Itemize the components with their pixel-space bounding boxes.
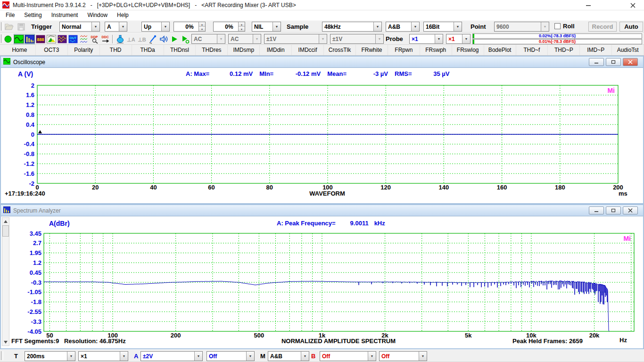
calibration-icon[interactable]	[148, 34, 158, 44]
hotkey-thd[interactable]: THD	[100, 45, 132, 55]
hotkey-thd~p[interactable]: THD~P	[548, 45, 580, 55]
hotkey-oct3[interactable]: OCT3	[36, 45, 68, 55]
open-file-icon[interactable]	[4, 22, 14, 32]
hotkey-imd~p[interactable]: IMD~P	[580, 45, 612, 55]
device-test-plan-icon[interactable]	[115, 34, 125, 44]
spectrum-client: A(dBr) A: Peak Frequency= 9.0011 kHz 3.4…	[1, 216, 643, 348]
input-b-icon[interactable]: ⊥B	[137, 34, 147, 44]
sampling-bits-select[interactable]: 16Bit	[423, 22, 462, 32]
probe-a-select[interactable]: ×1	[409, 34, 443, 44]
trigger-edge-select[interactable]: Up	[141, 22, 170, 32]
hotkey-frpwn[interactable]: FRpwn	[388, 45, 420, 55]
svg-text:80: 80	[266, 184, 273, 189]
spectrum-titlebar[interactable]: Spectrum Analyzer	[1, 205, 643, 216]
svg-text:-0.3: -0.3	[31, 279, 41, 286]
trigger-hpf-select[interactable]: NIL	[252, 22, 281, 32]
hotkey-home[interactable]: Home	[4, 45, 36, 55]
sampling-channels-select[interactable]: A&B	[386, 22, 420, 32]
app-titlebar[interactable]: Multi-Instrument Pro 3.9.14.2 - [+3DP+DL…	[0, 0, 644, 10]
trigger-level-down[interactable]	[199, 27, 205, 31]
app-minimize-button[interactable]	[578, 0, 599, 10]
run-generator-icon[interactable]	[169, 34, 180, 44]
hotkey-imdsmp[interactable]: IMDsmp	[228, 45, 260, 55]
oscilloscope-close-button[interactable]	[623, 58, 638, 66]
a-mode-select[interactable]: Off	[206, 351, 255, 361]
input-level-meters: 0.02%(-78.3 dBFS) 0.01%(-78.3 dBFS)	[472, 33, 642, 45]
spectrum-window: Spectrum Analyzer A(dBr) A: Peak Frequen…	[0, 204, 644, 349]
menu-item-instrument[interactable]: Instrument	[47, 10, 83, 20]
trigger-mode-select[interactable]: Normal	[59, 22, 100, 32]
trigger-delay-stepper[interactable]: 0%	[213, 22, 245, 32]
oscilloscope-minimize-button[interactable]	[589, 58, 604, 66]
oscilloscope-restore-button[interactable]	[606, 58, 621, 66]
panel-hotkey-bar: HomeOCT3PolarityTHDTHDaTHDnslTHDresIMDsm…	[0, 45, 644, 56]
roll-checkbox[interactable]: Roll	[554, 23, 575, 30]
scrollbar-down-button[interactable]	[2, 338, 9, 346]
svg-text:0.4: 0.4	[26, 121, 35, 128]
svg-text:0.45: 0.45	[30, 269, 41, 276]
ddc-icon[interactable]: DDC	[100, 34, 111, 44]
hotkey-polarity[interactable]: Polarity	[68, 45, 100, 55]
svg-text:0: 0	[35, 184, 39, 189]
b-mode2-select[interactable]: Off	[379, 351, 427, 361]
hotkey-imddin[interactable]: IMDdin	[260, 45, 292, 55]
spectrum-3d-plot-icon[interactable]	[46, 34, 57, 44]
trigger-source-select[interactable]: A	[105, 22, 127, 32]
a-range-select[interactable]: ±2V	[140, 351, 203, 361]
ddp-output-icon[interactable]: OUT	[68, 34, 78, 44]
probe-b-select[interactable]: ×1	[446, 34, 471, 44]
spectrum-info-right: Peak Held Frames: 2659	[512, 337, 583, 345]
hotkey-imdccif[interactable]: IMDccif	[292, 45, 324, 55]
level-meter-a: 0.02%(-78.3 dBFS)	[472, 33, 642, 39]
input-a-icon[interactable]: ⊥A	[126, 34, 136, 44]
ddp-viewer-icon[interactable]: DDP	[90, 34, 100, 44]
oscilloscope-window-title: Oscilloscope	[13, 59, 45, 66]
menu-item-window[interactable]: Window	[83, 10, 112, 20]
spectrum-close-button[interactable]	[623, 206, 638, 214]
sweep-mult-select[interactable]: ×1	[78, 351, 128, 361]
spectrum-restore-button[interactable]	[606, 206, 621, 214]
spectrum-minimize-button[interactable]	[589, 206, 604, 214]
menu-item-file[interactable]: File	[1, 10, 19, 20]
auto-button[interactable]: Auto	[619, 22, 643, 32]
trigger-level-up[interactable]	[199, 22, 205, 27]
menu-item-setting[interactable]: Setting	[19, 10, 46, 20]
sound-output-icon[interactable]	[158, 34, 169, 44]
level-bar-a	[473, 34, 474, 38]
run-loop-icon[interactable]	[180, 34, 190, 44]
derived-data-icon[interactable]	[79, 34, 89, 44]
b-mode-select[interactable]: Off	[320, 351, 376, 361]
multimeter-icon[interactable]: 888	[35, 34, 46, 44]
hotkey-audiotst[interactable]: AudioTst	[612, 45, 644, 55]
run-icon[interactable]	[3, 34, 13, 44]
roll-checkbox-box[interactable]	[554, 23, 561, 29]
hotkey-frswlog[interactable]: FRswlog	[452, 45, 484, 55]
svg-text:Mi: Mi	[623, 235, 631, 242]
monitor-select[interactable]: A&B	[268, 351, 309, 361]
trigger-level-stepper[interactable]: 0%	[173, 22, 206, 32]
sampling-rate-select[interactable]: 48kHz	[322, 22, 382, 32]
toolbar-grip[interactable]	[1, 22, 3, 31]
toolbar-grip[interactable]	[1, 351, 3, 360]
sweep-time-select[interactable]: 200ms	[25, 351, 75, 361]
hotkey-thd~f[interactable]: THD~f	[516, 45, 548, 55]
hotkey-thdnsl[interactable]: THDnsl	[164, 45, 196, 55]
range-b-select: ±1V	[330, 34, 384, 44]
trigger-delay-down[interactable]	[239, 27, 245, 31]
hotkey-thdres[interactable]: THDres	[196, 45, 228, 55]
signal-generator-icon[interactable]	[57, 34, 67, 44]
app-close-button[interactable]	[622, 0, 644, 10]
save-icon[interactable]	[16, 22, 26, 32]
trigger-delay-up[interactable]	[239, 22, 245, 27]
hotkey-thda[interactable]: THDa	[132, 45, 164, 55]
hotkey-frwhite[interactable]: FRwhite	[356, 45, 388, 55]
hotkey-bodeplot[interactable]: BodePlot	[484, 45, 516, 55]
menu-item-help[interactable]: Help	[112, 10, 133, 20]
oscilloscope-titlebar[interactable]: Oscilloscope	[1, 57, 643, 68]
hotkey-frswph[interactable]: FRswph	[420, 45, 452, 55]
spectrum-analyzer-icon[interactable]	[25, 34, 35, 44]
hotkey-crosstlk[interactable]: CrossTlk	[324, 45, 356, 55]
svg-text:180: 180	[555, 184, 565, 189]
oscilloscope-icon[interactable]	[14, 34, 24, 44]
svg-text:⊥B: ⊥B	[138, 37, 146, 42]
